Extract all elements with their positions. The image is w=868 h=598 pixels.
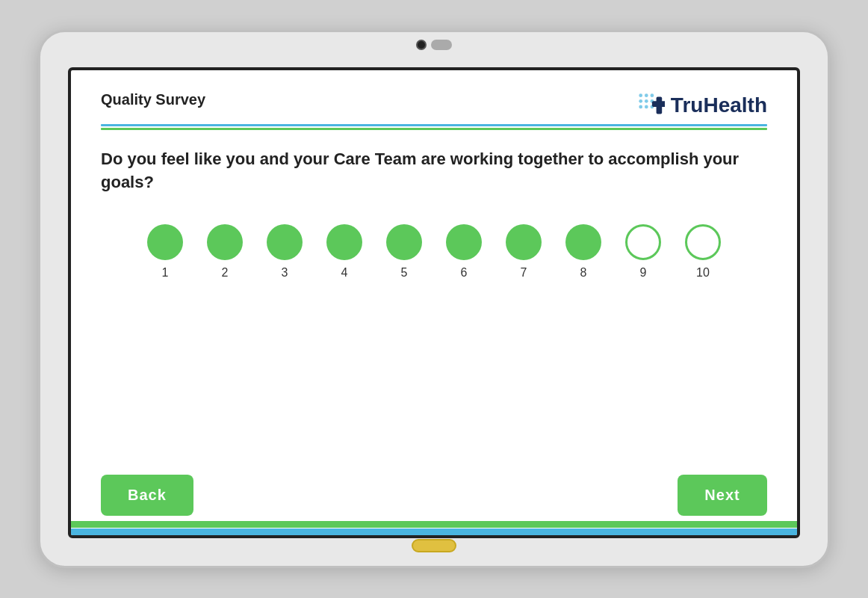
question-text: Do you feel like you and your Care Team … [101, 148, 767, 194]
dots-row: 12345678910 [147, 224, 721, 280]
next-button[interactable]: Next [678, 475, 767, 516]
svg-point-0 [639, 93, 642, 97]
dot-item-2[interactable]: 2 [207, 224, 243, 280]
home-button[interactable] [412, 539, 456, 552]
dot-circle-3[interactable] [267, 224, 303, 260]
svg-point-6 [639, 105, 642, 109]
header-divider-green [101, 128, 767, 130]
dot-item-10[interactable]: 10 [685, 224, 721, 280]
dot-label-7: 7 [521, 266, 527, 280]
tablet-screen: Quality Survey [68, 67, 800, 538]
survey-title: Quality Survey [101, 91, 205, 108]
dot-label-8: 8 [580, 266, 587, 280]
dot-item-7[interactable]: 7 [506, 224, 542, 280]
progress-bar-green [71, 521, 797, 528]
camera-lens [416, 40, 427, 50]
svg-point-7 [645, 105, 648, 109]
progress-bars [71, 519, 797, 535]
progress-bar-blue [71, 528, 797, 535]
dot-item-4[interactable]: 4 [326, 224, 362, 280]
dot-circle-1[interactable] [147, 224, 183, 260]
svg-point-4 [645, 99, 648, 103]
dot-circle-6[interactable] [446, 224, 482, 260]
dot-label-2: 2 [222, 266, 229, 280]
svg-point-1 [645, 93, 648, 97]
rating-section: 12345678910 [101, 224, 767, 467]
dot-circle-8[interactable] [565, 224, 601, 260]
dot-circle-7[interactable] [506, 224, 542, 260]
dot-item-3[interactable]: 3 [267, 224, 303, 280]
dot-item-1[interactable]: 1 [147, 224, 183, 280]
camera-toggle [431, 40, 452, 50]
dot-label-1: 1 [162, 266, 169, 280]
dot-circle-9[interactable] [625, 224, 661, 260]
dot-label-10: 10 [696, 266, 710, 280]
camera-bar [416, 40, 452, 50]
truhealth-logo-icon [636, 91, 665, 120]
dot-label-6: 6 [461, 266, 468, 280]
dot-circle-4[interactable] [326, 224, 362, 260]
svg-point-3 [639, 99, 642, 103]
svg-point-2 [650, 93, 654, 97]
dot-item-5[interactable]: 5 [386, 224, 422, 280]
screen-content: Quality Survey [71, 70, 797, 467]
dot-item-6[interactable]: 6 [446, 224, 482, 280]
header-row: Quality Survey [101, 91, 767, 120]
dot-label-5: 5 [401, 266, 408, 280]
dot-circle-10[interactable] [685, 224, 721, 260]
dot-circle-2[interactable] [207, 224, 243, 260]
dot-item-8[interactable]: 8 [565, 224, 601, 280]
dot-item-9[interactable]: 9 [625, 224, 661, 280]
dot-circle-5[interactable] [386, 224, 422, 260]
dot-label-9: 9 [640, 266, 647, 280]
tablet-device: Quality Survey [38, 30, 830, 568]
back-button[interactable]: Back [101, 475, 193, 516]
logo-area: TruHealth [636, 91, 767, 120]
logo-text: TruHealth [671, 93, 767, 117]
svg-rect-10 [652, 101, 665, 107]
dot-label-4: 4 [341, 266, 348, 280]
header-divider-blue [101, 124, 767, 126]
dot-label-3: 3 [282, 266, 288, 280]
footer-nav: Back Next [71, 467, 797, 519]
